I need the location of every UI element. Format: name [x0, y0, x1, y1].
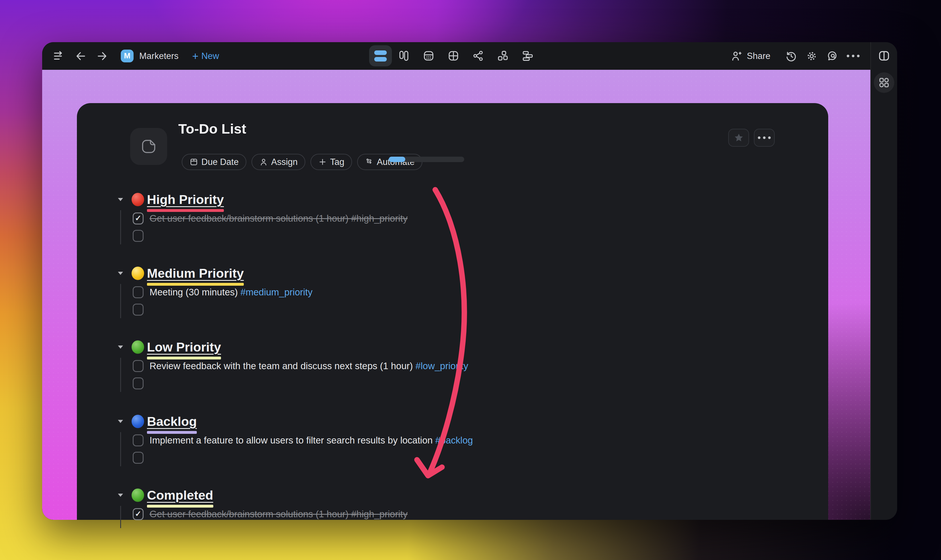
disclosure-triangle-icon[interactable]: [118, 198, 123, 201]
kanban-view-icon[interactable]: [398, 50, 410, 62]
toolbar-right-group: Share: [731, 50, 871, 62]
indent-guide: [120, 506, 121, 528]
task-row: Get user feedback/brainstorm solutions (…: [133, 508, 407, 521]
page-title[interactable]: To-Do List: [178, 121, 246, 137]
toolbar-left-group: M Marketers + New: [53, 49, 219, 62]
section-underline-marker: [147, 431, 197, 434]
due-date-button[interactable]: Due Date: [182, 154, 246, 170]
empty-task-row: [133, 303, 143, 316]
indent-guide: [120, 432, 121, 466]
person-icon: [259, 157, 268, 166]
hashtag-link: #medium_priority: [240, 287, 312, 297]
ellipsis-icon: [758, 137, 771, 139]
hashtag-link: #high_priority: [351, 213, 407, 224]
back-arrow-icon[interactable]: [75, 50, 86, 62]
desktop-background: M Marketers + New: [0, 0, 941, 560]
checkbox-unchecked[interactable]: [133, 434, 143, 446]
document-card: To-Do List Due Date Assign: [77, 103, 828, 520]
workspace-name[interactable]: Marketers: [139, 51, 178, 61]
assign-button[interactable]: Assign: [252, 154, 305, 170]
task-text[interactable]: Implement a feature to allow users to fi…: [149, 435, 473, 446]
section-title[interactable]: Low Priority: [147, 340, 221, 354]
task-text[interactable]: Meeting (30 minutes) #medium_priority: [149, 287, 312, 298]
star-icon: [733, 132, 744, 143]
plus-icon: +: [192, 52, 198, 60]
sidebar-toggle-icon[interactable]: [53, 50, 65, 62]
graph-view-icon[interactable]: [472, 50, 484, 62]
top-toolbar: M Marketers + New: [42, 42, 871, 70]
section-underline-marker: [147, 283, 244, 286]
new-button-label: New: [201, 51, 219, 61]
share-person-icon[interactable]: [731, 50, 743, 62]
empty-task-row: [133, 229, 143, 242]
hashtag-link: #high_priority: [351, 509, 407, 519]
indent-guide: [120, 210, 121, 245]
red-circle-emoji: [132, 193, 144, 206]
timeline-view-icon[interactable]: [522, 50, 534, 62]
checkbox-checked[interactable]: [133, 508, 143, 520]
card-more-button[interactable]: [754, 129, 775, 147]
task-row: Implement a feature to allow users to fi…: [133, 434, 473, 447]
section-title[interactable]: High Priority: [147, 192, 224, 207]
view-switcher: [369, 45, 534, 66]
task-row: Get user feedback/brainstorm solutions (…: [133, 212, 407, 225]
section-title[interactable]: Completed: [147, 488, 213, 503]
section-title[interactable]: Medium Priority: [147, 266, 244, 281]
blue-circle-emoji: [132, 415, 144, 428]
right-rail: [870, 42, 897, 520]
progress-fill: [389, 157, 405, 162]
progress-bar: [389, 157, 464, 162]
plus-icon: [318, 157, 327, 166]
task-text[interactable]: Get user feedback/brainstorm solutions (…: [149, 509, 407, 520]
more-options-icon[interactable]: [847, 55, 860, 57]
gear-icon[interactable]: [806, 50, 818, 62]
page-view-icon[interactable]: [369, 45, 392, 66]
section-title[interactable]: Backlog: [147, 414, 197, 429]
task-row: Meeting (30 minutes) #medium_priority: [133, 286, 312, 299]
green-circle-emoji: [132, 340, 144, 354]
table-view-icon[interactable]: [447, 50, 460, 62]
apps-grid-icon: [878, 76, 890, 89]
disclosure-triangle-icon[interactable]: [118, 272, 123, 275]
checkbox-unchecked[interactable]: [133, 286, 143, 298]
forward-arrow-icon[interactable]: [96, 50, 108, 62]
automation-icon: [365, 157, 374, 166]
disclosure-triangle-icon[interactable]: [118, 494, 123, 497]
checkbox-unchecked[interactable]: [133, 360, 143, 372]
document-icon: [140, 138, 157, 155]
share-button-label[interactable]: Share: [747, 51, 770, 61]
tag-label: Tag: [330, 157, 344, 167]
calendar-view-icon[interactable]: [423, 50, 435, 62]
checkbox-unchecked[interactable]: [133, 304, 143, 315]
empty-task-row: [133, 451, 143, 464]
favorite-star-button[interactable]: [728, 129, 749, 147]
due-date-label: Due Date: [201, 157, 239, 167]
section-underline-marker: [147, 209, 224, 212]
yellow-circle-emoji: [132, 267, 144, 280]
assign-label: Assign: [271, 157, 298, 167]
checkbox-unchecked[interactable]: [133, 377, 143, 389]
disclosure-triangle-icon[interactable]: [118, 346, 123, 349]
document-icon-tile[interactable]: [130, 128, 167, 165]
task-text[interactable]: Get user feedback/brainstorm solutions (…: [149, 213, 407, 224]
green-circle-emoji: [132, 489, 144, 502]
indent-guide: [120, 284, 121, 318]
content-backdrop: To-Do List Due Date Assign: [42, 70, 871, 520]
empty-task-row: [133, 377, 143, 390]
checkbox-checked[interactable]: [133, 212, 143, 225]
task-row: Review feedback with the team and discus…: [133, 360, 468, 372]
document-action-row: Due Date Assign Tag: [182, 154, 422, 170]
chat-search-icon[interactable]: [826, 50, 838, 62]
task-text[interactable]: Review feedback with the team and discus…: [149, 361, 468, 371]
board-view-icon[interactable]: [497, 50, 509, 62]
app-window: M Marketers + New: [42, 42, 897, 520]
checkbox-unchecked[interactable]: [133, 230, 143, 242]
workspace-avatar[interactable]: M: [121, 49, 134, 62]
tag-button[interactable]: Tag: [311, 154, 352, 170]
checkbox-unchecked[interactable]: [133, 452, 143, 464]
panel-toggle-icon[interactable]: [878, 49, 890, 62]
apps-grid-button[interactable]: [874, 72, 894, 93]
history-icon[interactable]: [785, 50, 797, 62]
disclosure-triangle-icon[interactable]: [118, 420, 123, 423]
new-button[interactable]: + New: [192, 51, 219, 61]
